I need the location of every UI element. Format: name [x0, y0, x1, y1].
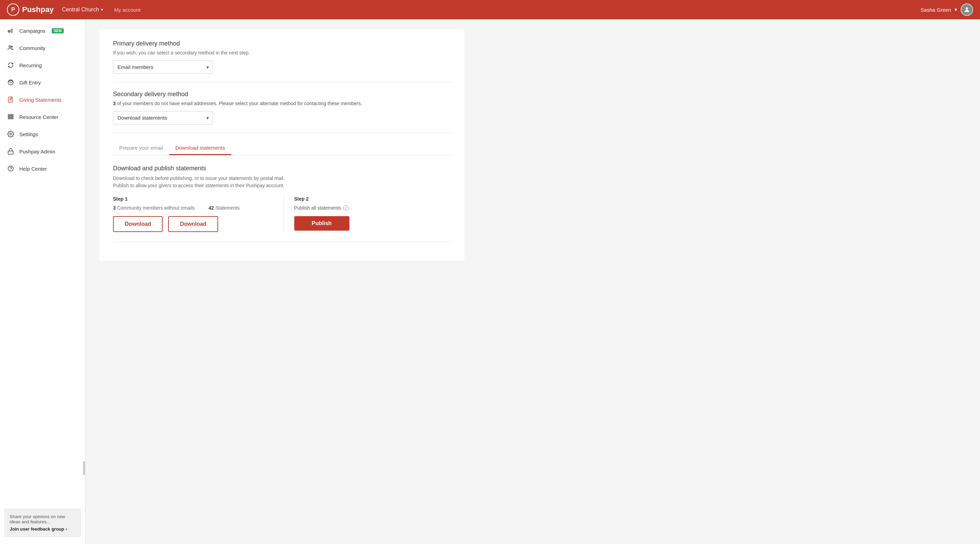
feedback-box: Share your opinions on new ideas and fea… [4, 509, 81, 537]
sidebar-item-label-giving-statements: Giving Statements [19, 97, 62, 103]
sidebar-item-recurring[interactable]: Recurring [0, 57, 85, 74]
settings-icon [7, 130, 14, 138]
join-feedback-label: Join user feedback group [10, 526, 64, 531]
delivery-tabs: Prepare your email Download statements [113, 141, 451, 155]
recurring-icon [7, 61, 14, 69]
sidebar-item-pushpay-admin[interactable]: Pushpay Admin [0, 143, 85, 160]
download-button-2[interactable]: Download [168, 216, 218, 232]
stat-members: 3 Community members without emails [113, 205, 195, 211]
stat-members-text: Community members without emails [117, 205, 195, 211]
page-layout: Campaigns NEW Community Recurring Gift E… [0, 19, 980, 544]
stat-statements-text: Statements [215, 205, 240, 211]
publish-all-label-container: Publish all statements i [294, 205, 451, 211]
sidebar-item-settings[interactable]: Settings [0, 126, 85, 143]
dp-desc-line1: Download to check before publishing, or … [113, 175, 285, 181]
chevron-right-icon: › [65, 526, 67, 531]
step-2-label: Step 2 [294, 196, 451, 202]
content-card: Primary delivery method If you wish, you… [99, 30, 465, 261]
statements-icon [7, 96, 14, 104]
secondary-delivery-select[interactable]: Download statements Mail statements None [113, 111, 213, 124]
chevron-down-icon: ▾ [101, 7, 103, 12]
svg-rect-7 [8, 115, 13, 115]
sidebar-item-label-gift-entry: Gift Entry [19, 80, 41, 86]
sidebar-item-label-community: Community [19, 45, 46, 51]
sidebar-item-label-recurring: Recurring [19, 62, 42, 68]
steps-container: Step 1 3 Community members without email… [113, 196, 451, 232]
dp-desc-line2: Publish to allow your givers to access t… [113, 183, 284, 188]
sidebar-item-giving-statements[interactable]: Giving Statements [0, 91, 85, 108]
step-1-label: Step 1 [113, 196, 270, 202]
main-content: Primary delivery method If you wish, you… [86, 19, 980, 544]
sidebar-item-label-pushpay-admin: Pushpay Admin [19, 148, 55, 155]
primary-delivery-select-wrapper: Email members Download statements Mail s… [113, 60, 213, 74]
avatar[interactable] [961, 3, 973, 16]
sidebar-item-label-campaigns: Campaigns [19, 28, 46, 34]
megaphone-icon [7, 27, 14, 35]
user-chevron-icon: ▾ [955, 6, 957, 13]
secondary-delivery-note: 3 of your members do not have email addr… [113, 101, 451, 106]
help-icon [7, 165, 14, 172]
svg-point-2 [11, 46, 13, 48]
divider-3 [113, 242, 451, 242]
sidebar-item-help-center[interactable]: Help Center [0, 160, 85, 177]
secondary-delivery-select-wrapper: Download statements Mail statements None… [113, 111, 213, 124]
download-publish-description: Download to check before publishing, or … [113, 175, 451, 189]
svg-point-0 [966, 7, 968, 10]
svg-rect-9 [8, 118, 13, 119]
community-icon [7, 44, 14, 52]
join-feedback-link[interactable]: Join user feedback group › [10, 526, 75, 531]
tab-download-statements[interactable]: Download statements [169, 141, 231, 155]
church-selector[interactable]: Central Church ▾ [62, 6, 103, 13]
logo[interactable]: P Pushpay [7, 3, 54, 16]
publish-all-text: Publish all statements [294, 205, 341, 211]
secondary-note-text: of your members do not have email addres… [117, 101, 362, 106]
svg-point-12 [8, 166, 13, 171]
sidebar-item-label-help-center: Help Center [19, 166, 47, 172]
download-publish-title: Download and publish statements [113, 165, 451, 172]
publish-button[interactable]: Publish [294, 216, 349, 231]
new-badge: NEW [52, 28, 64, 34]
sidebar-item-label-settings: Settings [19, 131, 38, 137]
sidebar-item-campaigns[interactable]: Campaigns NEW [0, 22, 85, 39]
sidebar-item-gift-entry[interactable]: Gift Entry [0, 74, 85, 91]
app-header: P Pushpay Central Church ▾ My account Sa… [0, 0, 980, 19]
resource-icon [7, 113, 14, 121]
info-icon: i [343, 205, 349, 211]
stat-statements: 42 Statements [208, 205, 240, 211]
step-1-buttons: Download Download [113, 216, 270, 232]
svg-rect-8 [8, 116, 13, 117]
sidebar-item-community[interactable]: Community [0, 39, 85, 57]
sidebar-item-resource-center[interactable]: Resource Center [0, 108, 85, 126]
gift-icon [7, 78, 14, 86]
svg-rect-11 [8, 151, 13, 154]
scroll-indicator [83, 461, 85, 475]
secondary-note-count: 3 [113, 101, 116, 106]
logo-text: Pushpay [22, 5, 54, 14]
primary-delivery-subtitle: If you wish, you can select a secondary … [113, 50, 451, 56]
primary-delivery-title: Primary delivery method [113, 40, 451, 47]
download-button-1[interactable]: Download [113, 216, 163, 232]
svg-point-10 [10, 133, 12, 135]
primary-delivery-select[interactable]: Email members Download statements Mail s… [113, 60, 213, 74]
logo-icon: P [7, 3, 19, 16]
tab-prepare-email-label: Prepare your email [119, 145, 163, 151]
step-1: Step 1 3 Community members without email… [113, 196, 280, 232]
church-name: Central Church [62, 6, 99, 13]
svg-point-1 [9, 46, 11, 47]
sidebar: Campaigns NEW Community Recurring Gift E… [0, 19, 86, 544]
user-menu[interactable]: Sasha Green ▾ [921, 3, 973, 16]
tab-download-statements-label: Download statements [175, 145, 225, 151]
sidebar-item-label-resource-center: Resource Center [19, 114, 58, 120]
admin-icon [7, 148, 14, 155]
tab-prepare-email[interactable]: Prepare your email [113, 141, 169, 155]
stat-statements-count: 42 [208, 205, 214, 211]
step-2: Step 2 Publish all statements i Publish [284, 196, 451, 232]
secondary-delivery-title: Secondary delivery method [113, 91, 451, 98]
my-account-link[interactable]: My account [114, 7, 141, 13]
feedback-description: Share your opinions on new ideas and fea… [10, 514, 75, 524]
user-name: Sasha Green [921, 7, 951, 13]
divider-2 [113, 133, 451, 133]
step-1-stats: 3 Community members without emails 42 St… [113, 205, 270, 211]
stat-members-count: 3 [113, 205, 116, 211]
